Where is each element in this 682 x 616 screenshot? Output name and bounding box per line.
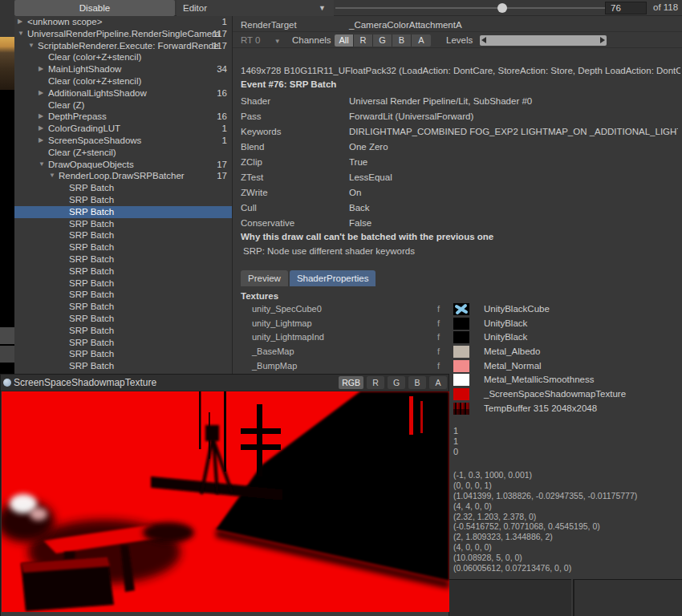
tree-row[interactable]: ▶ScreenSpaceShadows1 <box>14 135 232 147</box>
tree-row[interactable]: SRP Batch <box>14 241 232 253</box>
preview-channel-button-b[interactable]: B <box>408 376 426 389</box>
frame-slider-handle[interactable] <box>497 3 507 13</box>
channel-button-a[interactable]: A <box>412 34 431 47</box>
vector-value: (10.08928, 5, 0, 0) <box>453 553 637 563</box>
frame-number-input[interactable] <box>605 2 647 14</box>
texture-entry-row[interactable]: Metal_MetallicSmoothness <box>453 373 678 387</box>
texture-flag: f <box>437 359 440 374</box>
channel-button-g[interactable]: G <box>373 34 392 47</box>
chevron-right-icon[interactable]: ▶ <box>39 63 48 75</box>
tree-row-label: SRP Batch <box>69 242 114 252</box>
tree-row[interactable]: ▶DepthPrepass16 <box>14 111 232 123</box>
tree-row-label: MainLightShadow <box>48 64 121 74</box>
tree-row[interactable]: Clear (color+Z+stencil) <box>14 51 232 63</box>
vector-value: (2.32, 1.203, 2.378, 0) <box>453 512 637 522</box>
levels-max-handle[interactable] <box>600 37 605 43</box>
levels-min-handle[interactable] <box>481 37 486 43</box>
texture-value-name: Metal_Normal <box>484 359 542 374</box>
chevron-down-icon[interactable]: ▼ <box>28 40 38 52</box>
chevron-right-icon[interactable]: ▶ <box>39 111 48 123</box>
tree-row[interactable]: SRP Batch <box>14 337 232 349</box>
texture-entry-row[interactable]: Metal_Normal <box>453 359 678 374</box>
tree-row[interactable]: SRP Batch <box>14 348 232 360</box>
tree-row-label: SRP Batch <box>69 219 114 229</box>
tree-row-count: 1 <box>222 123 227 135</box>
channel-button-all[interactable]: All <box>335 34 354 47</box>
texture-value-name: Metal_Albedo <box>484 345 540 359</box>
texture-thumbnail <box>453 403 469 415</box>
tree-row-label: DrawOpaqueObjects <box>48 160 134 169</box>
scene-view-edge-top <box>0 0 14 37</box>
texture-entry-row[interactable]: TempBuffer 315 2048x2048 <box>453 402 678 416</box>
texture-property-name: unity_Lightmap <box>252 317 312 331</box>
event-property-row: ZTestLessEqual <box>233 170 682 185</box>
float-value: 1 <box>453 436 458 447</box>
levels-range-slider[interactable] <box>480 35 607 46</box>
tree-row[interactable]: Clear (Z) <box>14 99 232 111</box>
texture-value-name: Metal_MetallicSmoothness <box>484 373 594 387</box>
tab-shaderproperties[interactable]: ShaderProperties <box>290 270 376 286</box>
tree-row[interactable]: ▼ScriptableRenderer.Execute: ForwardRend… <box>14 40 232 52</box>
tree-row[interactable]: SRP Batch <box>14 360 232 372</box>
chevron-right-icon[interactable]: ▶ <box>39 123 48 135</box>
disable-button[interactable]: Disable <box>14 0 175 16</box>
tree-row[interactable]: SRP Batch <box>14 206 232 218</box>
tree-row[interactable]: SRP Batch <box>14 218 232 230</box>
tree-row[interactable]: SRP Batch <box>14 229 232 241</box>
channel-button-r[interactable]: R <box>354 34 373 47</box>
preview-channel-button-g[interactable]: G <box>388 376 405 389</box>
tree-row-label: SRP Batch <box>69 314 114 323</box>
channel-button-b[interactable]: B <box>392 34 412 47</box>
tab-preview[interactable]: Preview <box>241 270 288 286</box>
tree-row[interactable]: SRP Batch <box>14 182 232 194</box>
tree-row[interactable]: SRP Batch <box>14 289 232 301</box>
tree-row[interactable]: SRP Batch <box>14 313 232 325</box>
texture-entry-row[interactable]: Metal_Albedo <box>453 345 678 359</box>
frame-slider-track[interactable] <box>335 7 618 9</box>
texture-property-row[interactable]: _BumpMapf <box>233 359 448 374</box>
chevron-down-icon[interactable]: ▼ <box>39 159 48 171</box>
tree-row[interactable]: SRP Batch <box>14 253 232 265</box>
rt-index-dropdown[interactable]: RT 0 ▼ <box>241 33 281 49</box>
preview-channel-button-r[interactable]: R <box>367 376 384 389</box>
chevron-right-icon[interactable]: ▶ <box>18 16 27 28</box>
tree-row[interactable]: SRP Batch <box>14 301 232 313</box>
tree-row-label: SRP Batch <box>69 266 114 276</box>
tree-row[interactable]: SRP Batch <box>14 265 232 278</box>
texture-property-row[interactable]: unity_LightmapIndf <box>233 330 448 345</box>
texture-preview-titlebar[interactable]: ScreenSpaceShadowmapTexture RGBRGBA <box>1 375 449 391</box>
texture-entry-row[interactable]: UnityBlackCube <box>453 302 678 317</box>
preview-channel-button-a[interactable]: A <box>429 376 447 389</box>
tree-row[interactable]: ▶<unknown scope>1 <box>14 16 232 28</box>
frame-debugger-toolbar: Disable Editor ▼ of 118 <box>14 0 682 16</box>
tree-row[interactable]: Clear (Z+stencil) <box>14 147 232 159</box>
tree-row[interactable]: Clear (color+Z+stencil) <box>14 75 232 87</box>
channel-button-group: AllRGBA <box>335 34 431 47</box>
texture-property-row[interactable]: _BaseMapf <box>233 345 448 359</box>
texture-entry-row[interactable]: UnityBlack <box>453 330 678 345</box>
preview-channel-button-rgb[interactable]: RGB <box>339 376 363 389</box>
texture-property-row[interactable]: unity_Lightmapf <box>233 317 448 331</box>
chevron-down-icon[interactable]: ▼ <box>49 170 59 182</box>
texture-entry-row[interactable]: UnityBlack <box>453 317 678 331</box>
tree-row[interactable]: SRP Batch <box>14 278 232 290</box>
tree-row-label: <unknown scope> <box>27 17 102 26</box>
textures-section-header: Textures <box>241 291 278 301</box>
texture-thumbnail <box>453 303 469 315</box>
texture-property-row[interactable]: unity_SpecCube0f <box>233 302 448 317</box>
chevron-right-icon[interactable]: ▶ <box>39 87 48 99</box>
tree-row[interactable]: ▶ColorGradingLUT1 <box>14 123 232 135</box>
tree-row[interactable]: ▶MainLightShadow34 <box>14 63 232 75</box>
tree-row[interactable]: SRP Batch <box>14 194 232 206</box>
chevron-down-icon[interactable]: ▼ <box>18 28 27 40</box>
tree-row[interactable]: SRP Batch <box>14 325 232 337</box>
tree-row[interactable]: ▼UniversalRenderPipeline.RenderSingleCam… <box>14 28 232 40</box>
background-panel-fragment <box>449 579 571 616</box>
tree-row[interactable]: ▼RenderLoop.DrawSRPBatcher17 <box>14 170 232 182</box>
property-value: LessEqual <box>349 170 678 185</box>
tree-row[interactable]: ▼DrawOpaqueObjects17 <box>14 159 232 171</box>
chevron-right-icon[interactable]: ▶ <box>39 135 48 147</box>
texture-entry-row[interactable]: _ScreenSpaceShadowmapTexture <box>453 387 678 402</box>
target-selector-dropdown[interactable]: Editor ▼ <box>177 0 334 16</box>
tree-row[interactable]: ▶AdditionalLightsShadow16 <box>14 87 232 99</box>
